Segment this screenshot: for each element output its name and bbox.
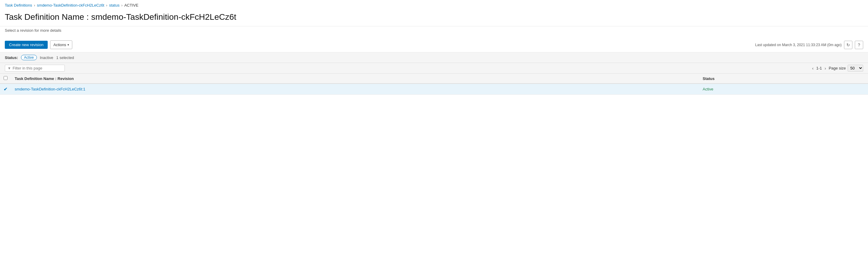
- breadcrumb-task-def-name[interactable]: smdemo-TaskDefinition-ckFcH2LeCz6t: [37, 3, 104, 7]
- breadcrumb-sep-1: ›: [34, 3, 35, 7]
- filter-bar: Status: Active Inactive 1 selected: [0, 52, 868, 63]
- breadcrumb: Task Definitions › smdemo-TaskDefinition…: [0, 0, 868, 9]
- row-status-cell: Active: [699, 83, 868, 95]
- header-status: Status: [699, 74, 868, 83]
- select-all-checkbox[interactable]: [4, 76, 7, 80]
- selected-count-label: 1 selected: [56, 55, 74, 60]
- create-new-revision-button[interactable]: Create new revision: [5, 41, 48, 49]
- actions-button-label: Actions: [53, 42, 66, 47]
- header-name: Task Definition Name : Revision: [11, 74, 699, 83]
- refresh-button[interactable]: ↻: [844, 41, 852, 49]
- toolbar: Create new revision Actions ▾ Last updat…: [0, 37, 868, 52]
- last-updated-text: Last updated on March 3, 2021 11:33:23 A…: [755, 43, 842, 47]
- breadcrumb-sep-2: ›: [106, 3, 107, 7]
- filter-input-wrap: ▼: [5, 65, 65, 72]
- toolbar-right: Last updated on March 3, 2021 11:33:23 A…: [755, 41, 863, 49]
- breadcrumb-task-definitions[interactable]: Task Definitions: [5, 3, 32, 7]
- page-subtitle: Select a revision for more details: [0, 26, 868, 37]
- filter-icon: ▼: [7, 66, 11, 70]
- actions-chevron-icon: ▾: [67, 43, 69, 46]
- page-range: 1-1: [816, 66, 822, 70]
- help-button[interactable]: ?: [855, 41, 863, 49]
- breadcrumb-status[interactable]: status: [109, 3, 120, 7]
- filter-input[interactable]: [12, 66, 62, 70]
- next-page-button[interactable]: ›: [824, 66, 827, 71]
- row-name-link[interactable]: smdemo-TaskDefinition-ckFcH2LeCz6t:1: [15, 87, 86, 91]
- page-size-label: Page size: [829, 66, 846, 70]
- search-row: ▼ ‹ 1-1 › Page size 10 25 50 100: [0, 63, 868, 74]
- page-title: Task Definition Name : smdemo-TaskDefini…: [0, 9, 868, 26]
- row-name-cell: smdemo-TaskDefinition-ckFcH2LeCz6t:1: [11, 83, 699, 95]
- header-checkbox-cell: [0, 74, 11, 83]
- pagination: ‹ 1-1 › Page size 10 25 50 100: [811, 65, 863, 72]
- actions-button[interactable]: Actions ▾: [50, 40, 72, 49]
- status-filter: Status: Active Inactive 1 selected: [5, 55, 74, 60]
- revisions-table: Task Definition Name : Revision Status ✔…: [0, 74, 868, 95]
- page-size-select[interactable]: 10 25 50 100: [847, 65, 863, 72]
- table-row: ✔ smdemo-TaskDefinition-ckFcH2LeCz6t:1 A…: [0, 83, 868, 95]
- status-filter-label: Status:: [5, 55, 18, 60]
- row-checkmark-icon: ✔: [4, 86, 7, 92]
- breadcrumb-sep-3: ›: [121, 3, 122, 7]
- table-header-row: Task Definition Name : Revision Status: [0, 74, 868, 83]
- prev-page-button[interactable]: ‹: [811, 66, 815, 71]
- breadcrumb-active: ACTIVE: [124, 3, 138, 7]
- inactive-filter-label[interactable]: Inactive: [40, 55, 53, 60]
- row-checkbox-cell: ✔: [0, 83, 11, 95]
- active-filter-tag[interactable]: Active: [21, 55, 37, 60]
- toolbar-left: Create new revision Actions ▾: [5, 40, 72, 49]
